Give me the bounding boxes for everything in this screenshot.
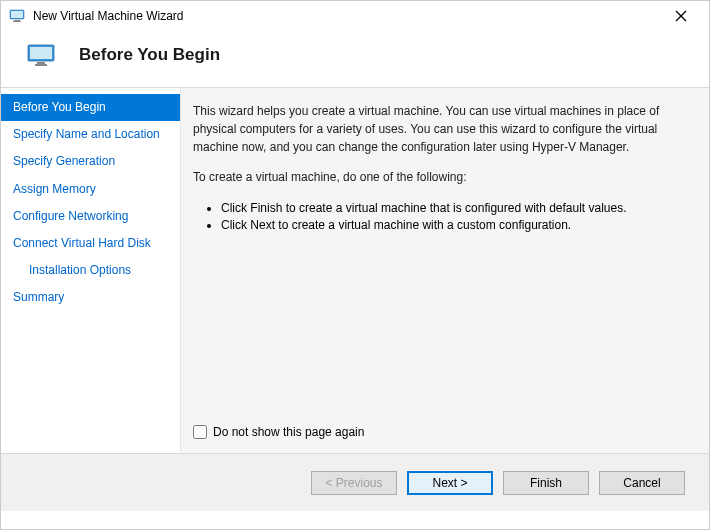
sidebar-item-connect-virtual-hard-disk[interactable]: Connect Virtual Hard Disk: [1, 230, 180, 257]
previous-button: < Previous: [311, 471, 397, 495]
sidebar-item-specify-name-and-location[interactable]: Specify Name and Location: [1, 121, 180, 148]
sidebar-item-specify-generation[interactable]: Specify Generation: [1, 148, 180, 175]
sidebar-item-summary[interactable]: Summary: [1, 284, 180, 311]
svg-rect-2: [14, 20, 20, 21]
dont-show-label: Do not show this page again: [213, 425, 364, 439]
app-icon: [9, 8, 25, 24]
header-icon: [27, 43, 55, 67]
sidebar-item-assign-memory[interactable]: Assign Memory: [1, 176, 180, 203]
wizard-sidebar: Before You BeginSpecify Name and Locatio…: [1, 88, 181, 453]
wizard-footer: < Previous Next > Finish Cancel: [1, 453, 709, 511]
page-title: Before You Begin: [79, 45, 220, 65]
intro-text: This wizard helps you create a virtual m…: [193, 102, 685, 156]
bullet-list: Click Finish to create a virtual machine…: [221, 200, 685, 234]
sidebar-item-installation-options[interactable]: Installation Options: [1, 257, 180, 284]
svg-rect-3: [13, 21, 21, 22]
svg-rect-8: [37, 62, 45, 64]
next-button[interactable]: Next >: [407, 471, 493, 495]
svg-rect-9: [35, 64, 47, 66]
instruction-text: To create a virtual machine, do one of t…: [193, 168, 685, 186]
bullet-item: Click Next to create a virtual machine w…: [221, 217, 685, 234]
dont-show-checkbox[interactable]: [193, 425, 207, 439]
sidebar-item-configure-networking[interactable]: Configure Networking: [1, 203, 180, 230]
wizard-header: Before You Begin: [1, 31, 709, 87]
sidebar-item-before-you-begin[interactable]: Before You Begin: [1, 94, 180, 121]
bullet-item: Click Finish to create a virtual machine…: [221, 200, 685, 217]
titlebar: New Virtual Machine Wizard: [1, 1, 709, 31]
close-icon: [675, 10, 687, 22]
window-title: New Virtual Machine Wizard: [33, 9, 661, 23]
svg-rect-1: [11, 11, 23, 18]
cancel-button[interactable]: Cancel: [599, 471, 685, 495]
dont-show-row[interactable]: Do not show this page again: [193, 425, 685, 439]
wizard-content: This wizard helps you create a virtual m…: [181, 88, 709, 453]
svg-rect-7: [30, 47, 52, 59]
close-button[interactable]: [661, 2, 701, 30]
finish-button[interactable]: Finish: [503, 471, 589, 495]
wizard-body: Before You BeginSpecify Name and Locatio…: [1, 88, 709, 453]
